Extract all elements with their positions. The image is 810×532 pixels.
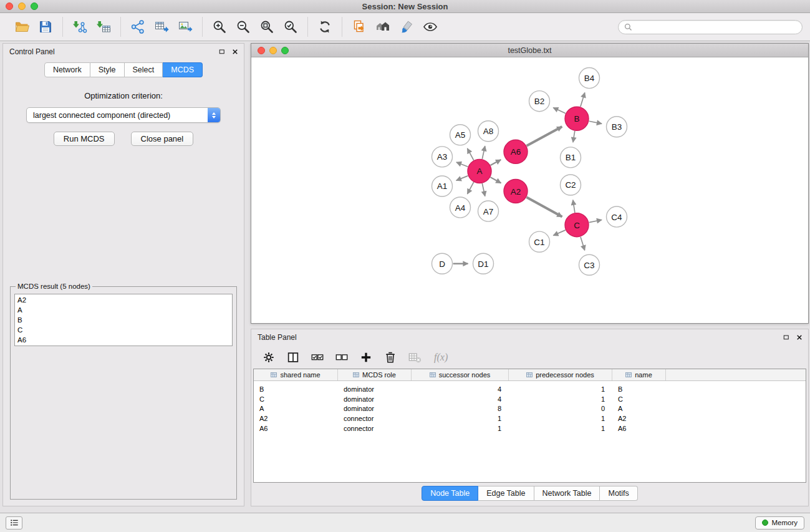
graph-edge-B-B2[interactable] — [553, 108, 566, 114]
control-panel-tab-select[interactable]: Select — [125, 62, 163, 77]
control-panel-tab-network[interactable]: Network — [44, 62, 90, 77]
graph-node-B2[interactable]: B2 — [529, 91, 550, 112]
mcds-result-item[interactable]: A6 — [17, 335, 229, 345]
search-input[interactable] — [635, 22, 796, 31]
table-cell[interactable]: 1 — [412, 425, 509, 432]
zoom-in-icon[interactable] — [211, 18, 228, 36]
columns-icon[interactable] — [286, 350, 301, 365]
graph-edge-A-A6[interactable] — [491, 160, 501, 165]
close-panel-icon[interactable] — [231, 48, 239, 56]
table-cell[interactable]: C — [254, 395, 338, 403]
graph-node-C4[interactable]: C4 — [607, 206, 627, 227]
graph-node-D[interactable]: D — [432, 253, 453, 274]
table-cell[interactable]: 1 — [509, 395, 612, 403]
table-tab-network-table[interactable]: Network Table — [534, 486, 600, 501]
open-folder-icon[interactable] — [13, 18, 31, 36]
table-cell[interactable]: C — [612, 395, 666, 403]
control-panel-tab-style[interactable]: Style — [90, 62, 125, 77]
search-field[interactable] — [618, 20, 803, 34]
table-row[interactable]: Adominator80A — [254, 404, 806, 414]
titlebar[interactable]: Session: New Session — [0, 0, 810, 13]
graph-node-C1[interactable]: C1 — [529, 231, 550, 252]
float-panel-icon[interactable] — [218, 48, 226, 56]
network-graph[interactable]: AA1A2A3A4A5A6A7A8BB1B2B3B4CC1C2C3C4DD1 — [251, 57, 808, 323]
table-cell[interactable]: A6 — [612, 425, 666, 432]
import-table-icon[interactable] — [95, 18, 112, 36]
graph-node-C2[interactable]: C2 — [561, 175, 581, 195]
zoom-window-button[interactable] — [31, 2, 38, 10]
table-cell[interactable]: 1 — [412, 415, 509, 422]
table-cell[interactable]: connector — [338, 415, 412, 422]
network-canvas[interactable]: AA1A2A3A4A5A6A7A8BB1B2B3B4CC1C2C3C4DD1 — [251, 57, 808, 323]
column-header-shared-name[interactable]: shared name — [254, 369, 338, 380]
graph-node-A1[interactable]: A1 — [432, 176, 453, 196]
network-table-icon[interactable] — [153, 18, 170, 36]
graph-edge-A-A8[interactable] — [482, 146, 485, 159]
network-image-icon[interactable] — [176, 18, 194, 36]
mcds-result-item[interactable]: B — [17, 315, 229, 325]
graph-node-C[interactable]: C — [565, 213, 589, 237]
graph-edge-A-A7[interactable] — [482, 183, 485, 196]
table-row[interactable]: Cdominator41C — [254, 394, 806, 404]
graph-node-B4[interactable]: B4 — [579, 68, 600, 89]
home-icon[interactable] — [374, 18, 392, 36]
close-table-panel-icon[interactable] — [795, 334, 803, 342]
graph-node-A4[interactable]: A4 — [450, 197, 471, 218]
graph-edge-A6-B[interactable] — [527, 127, 562, 146]
graph-node-B[interactable]: B — [565, 107, 589, 130]
graph-node-B1[interactable]: B1 — [561, 147, 581, 168]
graph-node-A8[interactable]: A8 — [478, 121, 499, 142]
table-cell[interactable]: A — [254, 405, 338, 412]
table-cell[interactable]: dominator — [338, 405, 412, 412]
graph-edge-C-C2[interactable] — [573, 200, 575, 213]
graph-edge-A-A2[interactable] — [491, 177, 501, 183]
memory-button[interactable]: Memory — [755, 516, 804, 530]
column-header-successor-nodes[interactable]: successor nodes — [412, 369, 509, 380]
graph-node-A6[interactable]: A6 — [504, 140, 528, 163]
table-cell[interactable]: 4 — [412, 395, 509, 403]
table-row[interactable]: Bdominator41B — [254, 384, 806, 394]
graph-edge-B-B3[interactable] — [589, 121, 602, 123]
table-cell[interactable]: 1 — [509, 425, 612, 432]
network-close-button[interactable] — [258, 47, 265, 54]
graph-edge-C-C4[interactable] — [589, 220, 602, 223]
graph-node-B3[interactable]: B3 — [607, 117, 627, 137]
import-network-icon[interactable] — [71, 18, 89, 36]
refresh-icon[interactable] — [316, 18, 334, 36]
table-cell[interactable]: 8 — [412, 405, 509, 412]
table-tab-node-table[interactable]: Node Table — [422, 486, 478, 501]
graph-edge-A-A3[interactable] — [456, 162, 468, 167]
zoom-fit-icon[interactable] — [258, 18, 276, 36]
select-all-icon[interactable] — [310, 350, 325, 365]
delete-icon[interactable] — [383, 350, 398, 365]
criterion-dropdown[interactable]: largest connected component (directed) — [26, 107, 221, 123]
mcds-result-item[interactable]: A2 — [17, 295, 229, 305]
mcds-result-item[interactable]: C — [17, 325, 229, 335]
table-cell[interactable]: A — [612, 405, 666, 412]
table-row[interactable]: A6connector11A6 — [254, 423, 806, 433]
save-icon[interactable] — [37, 18, 54, 36]
graph-node-A[interactable]: A — [468, 159, 491, 183]
table-cell[interactable]: B — [254, 385, 338, 393]
table-tab-edge-table[interactable]: Edge Table — [478, 486, 534, 501]
delete-columns-icon[interactable] — [407, 350, 422, 365]
graph-node-A3[interactable]: A3 — [432, 147, 453, 167]
network-window-titlebar[interactable]: testGlobe.txt — [251, 44, 808, 57]
table-cell[interactable]: dominator — [338, 385, 412, 393]
settings-icon[interactable] — [261, 350, 276, 365]
style-brush-icon[interactable] — [398, 18, 415, 36]
zoom-out-icon[interactable] — [234, 18, 252, 36]
table-cell[interactable]: 1 — [509, 385, 612, 393]
add-icon[interactable] — [359, 350, 374, 365]
graph-edge-A-A5[interactable] — [468, 148, 474, 160]
minimize-window-button[interactable] — [18, 2, 26, 10]
float-table-panel-icon[interactable] — [782, 334, 790, 342]
column-header-MCDS-role[interactable]: MCDS role — [338, 369, 412, 380]
close-panel-button[interactable]: Close panel — [131, 132, 194, 146]
table-tab-motifs[interactable]: Motifs — [600, 486, 637, 501]
table-cell[interactable]: A2 — [612, 415, 666, 422]
table-cell[interactable]: A2 — [254, 415, 338, 422]
deselect-all-icon[interactable] — [334, 350, 349, 365]
control-panel-tab-mcds[interactable]: MCDS — [163, 62, 203, 77]
table-cell[interactable]: 0 — [509, 405, 612, 412]
